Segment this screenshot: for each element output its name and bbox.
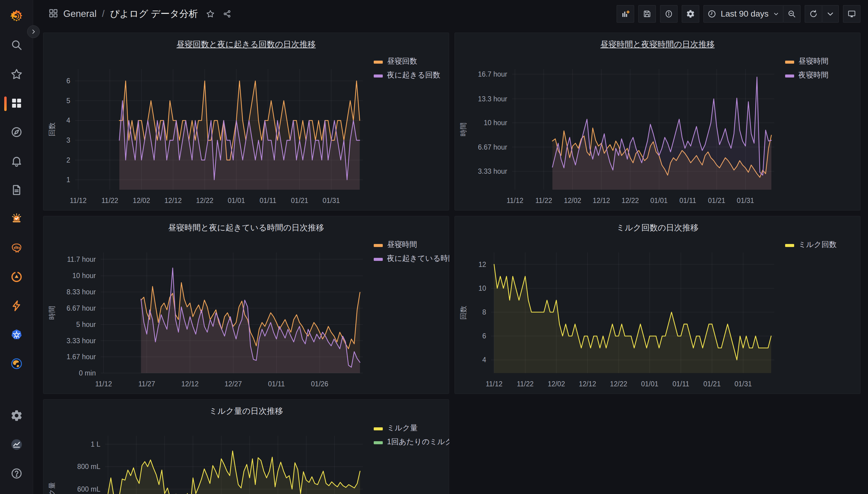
svg-text:12/12: 12/12 [593,197,610,205]
chevron-down-icon [773,11,780,17]
sidebar-item-help[interactable] [0,460,33,489]
sidebar-item-explore[interactable] [0,118,33,147]
svg-text:12/27: 12/27 [224,380,242,388]
add-panel-button[interactable] [617,5,634,23]
svg-text:6: 6 [482,332,486,340]
legend-item[interactable]: 昼寝時間 [374,240,417,248]
time-range-picker[interactable]: Last 90 days [704,5,783,23]
svg-text:回数: 回数 [48,122,56,136]
search-icon [10,39,23,53]
panel-title[interactable]: ミルク量の日次推移 [43,406,449,417]
time-series-chart[interactable]: 0 min1.67 hour3.33 hour5 hour6.67 hour8.… [43,216,449,394]
line-chart-circle-icon [10,438,23,452]
panel-title[interactable]: ミルク回数の日次推移 [455,222,860,233]
svg-text:11/12: 11/12 [95,380,112,388]
breadcrumb-dashboard-title[interactable]: ぴよログ データ分析 [110,7,198,20]
svg-text:ミルク回数: ミルク回数 [798,240,837,248]
svg-text:01/26: 01/26 [311,380,329,388]
sidebar-item-configuration[interactable] [0,402,33,431]
svg-text:01/11: 01/11 [672,380,689,388]
svg-text:3.33 hour: 3.33 hour [66,337,96,345]
sidebar-item-server-stats[interactable] [0,431,33,460]
svg-text:12/02: 12/02 [133,197,151,205]
sidebar-item-dashboards[interactable] [0,89,33,118]
svg-text:ミルク量: ミルク量 [387,423,418,432]
legend-item[interactable]: 昼寝時間 [785,57,829,65]
dashboard-grid: 昼寝回数と夜に起きる回数の日次推移12345611/1211/2212/0212… [43,33,861,494]
svg-text:4: 4 [482,356,486,364]
clock-icon [707,10,716,18]
sidebar-item-performance[interactable] [0,292,33,321]
sidebar-item-incident[interactable] [0,263,33,292]
svg-text:夜に起きている時間: 夜に起きている時間 [387,254,449,262]
refresh-interval-dropdown[interactable] [822,5,839,23]
panel-title[interactable]: 昼寝回数と夜に起きる回数の日次推移 [43,39,449,50]
svg-text:10: 10 [478,284,486,292]
svg-text:16.7 hour: 16.7 hour [478,70,508,78]
svg-text:01/01: 01/01 [228,197,245,205]
legend-item[interactable]: ミルク回数 [785,240,837,248]
sidebar-item-kubernetes[interactable] [0,321,33,350]
sidebar-item-oncall[interactable] [0,205,33,234]
legend: ミルク量1回あたりのミルク量 [374,423,449,446]
svg-text:01/01: 01/01 [650,197,668,205]
dashboard-settings-button[interactable] [682,5,699,23]
document-icon [10,184,23,197]
legend-item[interactable]: 昼寝回数 [374,57,417,65]
svg-text:8.33 hour: 8.33 hour [66,288,96,296]
svg-text:1: 1 [66,176,70,184]
save-dashboard-button[interactable] [638,5,656,23]
dashboard-panel: 昼寝時間と夜寝時間の日次推移3.33 hour6.67 hour10 hour1… [454,33,861,210]
sidebar-item-docs[interactable] [0,176,33,205]
svg-text:ミルク量: ミルク量 [48,482,56,494]
legend-item[interactable]: 夜に起きている時間 [374,254,449,262]
gear-icon [10,409,23,423]
time-series-chart[interactable]: 468101211/1211/2212/0212/1212/2201/0101/… [455,216,861,394]
svg-text:12: 12 [478,261,486,268]
legend-item[interactable]: 夜寝時間 [785,71,829,79]
panel-title[interactable]: 昼寝時間と夜寝時間の日次推移 [455,39,860,50]
refresh-dashboard-button[interactable] [805,5,822,23]
svg-text:1回あたりのミルク量: 1回あたりのミルク量 [387,437,449,446]
svg-text:5: 5 [66,97,70,104]
breadcrumb-section[interactable]: General [63,8,96,19]
sidebar-item-home[interactable] [0,2,33,31]
sidebar-item-machine-learning[interactable] [0,234,33,263]
legend-item[interactable]: ミルク量 [374,423,418,432]
dashboard-panel: 昼寝回数と夜に起きる回数の日次推移12345611/1211/2212/0212… [43,33,449,210]
incident-icon [10,270,23,284]
share-dashboard-button[interactable] [223,10,232,18]
machine-learning-icon [10,242,23,255]
dashboard-panel: 昼寝時間と夜に起きている時間の日次推移0 min1.67 hour3.33 ho… [43,216,449,394]
zoom-out-time-button[interactable] [783,5,801,23]
panel-title[interactable]: 昼寝時間と夜に起きている時間の日次推移 [43,222,449,233]
legend-item[interactable]: 1回あたりのミルク量 [374,437,449,446]
svg-text:6.67 hour: 6.67 hour [66,304,96,312]
cycle-view-mode-button[interactable] [843,5,861,23]
time-series-chart[interactable]: 3.33 hour6.67 hour10 hour13.3 hour16.7 h… [455,33,861,211]
legend-item[interactable]: 夜に起きる回数 [374,71,440,79]
dashboard-insights-button[interactable] [660,5,677,23]
sidebar-item-starred[interactable] [0,60,33,89]
sidebar-item-search[interactable] [0,31,33,60]
svg-text:1.67 hour: 1.67 hour [66,353,96,361]
svg-text:12/02: 12/02 [548,380,565,388]
sidebar-item-alerting[interactable] [0,147,33,176]
star-icon [10,68,23,82]
dashboard-panel: ミルク回数の日次推移468101211/1211/2212/0212/1212/… [454,216,861,394]
star-dashboard-button[interactable] [206,10,215,18]
sidebar-item-worldmap[interactable] [0,350,33,379]
dashboard-header: General / ぴよログ データ分析 [33,0,868,28]
toolbar: Last 90 days [617,5,861,23]
sidebar-expand-button[interactable] [27,25,40,38]
sidebar [0,0,33,494]
kubernetes-icon [10,328,23,342]
help-icon [10,467,23,481]
svg-text:11/12: 11/12 [70,197,87,205]
svg-text:12/22: 12/22 [622,197,639,205]
siren-icon [10,213,23,227]
time-series-chart[interactable]: 12345611/1211/2212/0212/1212/2201/0101/1… [43,33,449,211]
lightning-icon [10,300,23,314]
dashboard-panel: ミルク量の日次推移200 mL400 mL600 mL800 mL1 L11/1… [43,399,449,494]
svg-text:600 mL: 600 mL [77,485,100,493]
